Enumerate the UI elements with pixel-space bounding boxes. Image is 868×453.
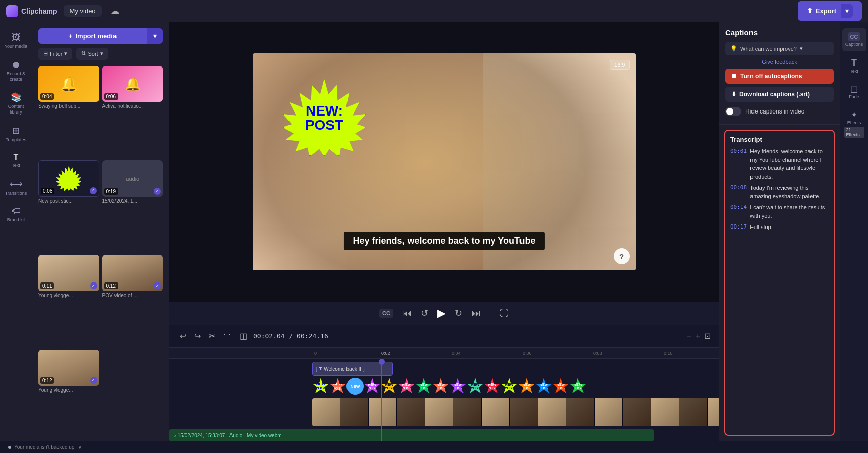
sticker-frame: NEWPOST [467, 378, 484, 395]
sidebar-item-content-library[interactable]: 📚 Content library [2, 88, 30, 119]
ruler-mark-2: 0:02 [381, 351, 390, 356]
skip-back-button[interactable]: ⏮ [402, 308, 412, 319]
fullscreen-button[interactable]: ⛶ [500, 308, 509, 319]
sticker-clip[interactable]: NEWPOST NEWPOST NEW NEWPOST NEWPOST NEWP… [312, 378, 597, 395]
media-panel-header: + Import media ▾ ⊟ Filter ▾ ⇅ Sort ▾ [32, 22, 169, 66]
sidebar-item-transitions[interactable]: ⟷ Transitions [2, 175, 30, 200]
cut-button[interactable]: ✂ [207, 329, 217, 343]
undo-button[interactable]: ↩ [178, 329, 188, 343]
transcript-entry-3[interactable]: 00:17 Full stop. [730, 223, 829, 232]
caption-clip-label: Welcome back II [324, 366, 361, 372]
cc-button[interactable]: CC [379, 309, 393, 318]
transcript-entry-2[interactable]: 00:14 I can't wait to share the results … [730, 203, 829, 220]
list-item[interactable]: 0:12 ✓ POV video of ... [102, 255, 163, 347]
media-panel: + Import media ▾ ⊟ Filter ▾ ⇅ Sort ▾ [32, 22, 169, 441]
text-label: Text [12, 163, 20, 168]
filter-label: Filter [50, 51, 62, 57]
captions-tool-icon: CC [848, 32, 860, 41]
stop-icon: ⏹ [731, 73, 737, 80]
hide-captions-toggle[interactable] [725, 107, 741, 116]
timeline-toolbar: ↩ ↪ ✂ 🗑 ◫ 00:02.04 / 00:24.16 − + ⊡ [169, 325, 719, 348]
list-item[interactable]: 🔔 0:06 Activa notificatio... [102, 66, 163, 157]
video-frame [623, 398, 651, 426]
sticker-frame: NEWPOST [569, 378, 587, 395]
transcript-time-0: 00:01 [730, 147, 747, 181]
far-right-item-fade[interactable]: ◫ Fade [842, 80, 866, 104]
check-icon: ✓ [90, 282, 97, 289]
media-label: Young vlogge... [38, 291, 99, 300]
far-right-item-text[interactable]: T Text [842, 53, 866, 78]
feedback-link[interactable]: Give feedback [725, 59, 834, 65]
export-label: Export [816, 7, 836, 15]
hide-captions-row: Hide captions in video [725, 105, 834, 118]
import-dropdown-button[interactable]: ▾ [147, 28, 163, 44]
sidebar-item-your-media[interactable]: 🖼 Your media [2, 28, 30, 53]
audio-clip[interactable]: ♪ 15/02/2024, 15:33:07 - Audio - My vide… [169, 429, 654, 441]
list-item[interactable]: 0:08 ✓ New post stic... [38, 160, 99, 252]
export-button[interactable]: ⬆ Export ▾ [798, 1, 862, 21]
sort-button[interactable]: ⇅ Sort ▾ [76, 48, 108, 60]
sidebar-item-text[interactable]: T Text [2, 149, 30, 173]
transitions-label: Transitions [5, 191, 27, 196]
content-library-label: Content library [4, 104, 28, 115]
lightbulb-icon: 💡 [730, 45, 737, 52]
captions-tool-label: Captions [845, 42, 863, 47]
video-clip[interactable]: ⊡ [312, 398, 719, 426]
turn-off-autocaptions-button[interactable]: ⏹ Turn off autocaptions [725, 69, 834, 84]
media-thumbnail: 🔔 0:06 [102, 66, 163, 102]
check-icon: ✓ [154, 282, 161, 289]
far-right-item-captions[interactable]: CC Captions [842, 28, 866, 51]
filter-chevron-icon: ▾ [64, 50, 67, 57]
download-captions-button[interactable]: ⬇ Download captions (.srt) [725, 87, 834, 102]
sidebar-item-templates[interactable]: ⊞ Templates [2, 121, 30, 147]
timeline-tracks: [ T Welcome back II ] NEWPOST NEWPOST NE… [169, 359, 719, 441]
transcript-entry-0[interactable]: 00:01 Hey friends, welcome back to my Yo… [730, 147, 829, 181]
media-duration: 0:08 [41, 188, 54, 194]
notification-icon[interactable]: ☁ [108, 4, 122, 18]
zoom-out-button[interactable]: − [686, 332, 691, 341]
aspect-ratio-badge[interactable]: 16:9 [610, 60, 629, 70]
feedback-row[interactable]: 💡 What can we improve? ▾ [725, 42, 834, 55]
export-dropdown-arrow[interactable]: ▾ [841, 4, 853, 18]
media-thumbnail: 0:11 ✓ [38, 255, 99, 291]
status-chevron-icon[interactable]: ∧ [78, 444, 82, 450]
sticker-frame: NEWPOST [381, 378, 398, 395]
record-create-icon: ⏺ [12, 60, 21, 70]
skip-forward-button[interactable]: ⏭ [472, 308, 481, 319]
play-button[interactable]: ▶ [437, 307, 446, 320]
sidebar-item-record-create[interactable]: ⏺ Record & create [2, 55, 30, 86]
transcript-entry-1[interactable]: 00:08 Today I'm reviewing this amazing e… [730, 184, 829, 200]
sticker-frame: NEWPOST [535, 378, 552, 395]
rewind-button[interactable]: ↺ [421, 308, 428, 319]
filter-button[interactable]: ⊟ Filter ▾ [38, 48, 72, 60]
list-item[interactable]: 🔔 0:04 Swaying bell sub... [38, 66, 99, 157]
media-duration: 0:06 [104, 93, 118, 100]
effects-tool-label: Effects [847, 121, 861, 126]
caption-bracket-icon: [ [316, 366, 317, 372]
ruler-mark-4: 0:04 [452, 351, 461, 356]
filter-icon: ⊟ [43, 50, 48, 57]
video-frame [397, 398, 425, 426]
media-label: Activa notificatio... [102, 102, 163, 110]
list-item[interactable]: 0:12 ✓ Young vlogge... [38, 350, 99, 441]
list-item[interactable]: 0:11 ✓ Young vlogge... [38, 255, 99, 347]
zoom-in-button[interactable]: + [696, 332, 700, 341]
video-frame [340, 398, 369, 426]
redo-button[interactable]: ↪ [192, 329, 203, 343]
audio-track-row: ♪ 15/02/2024, 15:33:07 - Audio - My vide… [169, 429, 719, 441]
delete-button[interactable]: 🗑 [221, 330, 234, 343]
transcript-time-2: 00:14 [730, 203, 747, 220]
sticker-track-row: NEWPOST NEWPOST NEW NEWPOST NEWPOST NEWP… [169, 378, 719, 397]
download-label: Download captions (.srt) [739, 91, 810, 98]
far-right-item-effects[interactable]: ✦ Effects 21 Effects [842, 106, 866, 142]
import-media-button[interactable]: + Import media [38, 28, 147, 44]
sticker-frame: NEWPOST [449, 378, 467, 395]
help-button[interactable]: ? [614, 248, 630, 264]
fast-forward-button[interactable]: ↻ [455, 308, 462, 319]
video-title[interactable]: My video [64, 5, 102, 17]
sidebar-item-brand-kit[interactable]: 🏷 Brand kit [2, 202, 30, 227]
mark-button[interactable]: ◫ [238, 329, 249, 343]
list-item[interactable]: audio 0:19 ✓ 15/02/2024, 1... [102, 160, 163, 252]
fit-timeline-button[interactable]: ⊡ [704, 331, 711, 341]
transcript-time-1: 00:08 [730, 184, 747, 200]
